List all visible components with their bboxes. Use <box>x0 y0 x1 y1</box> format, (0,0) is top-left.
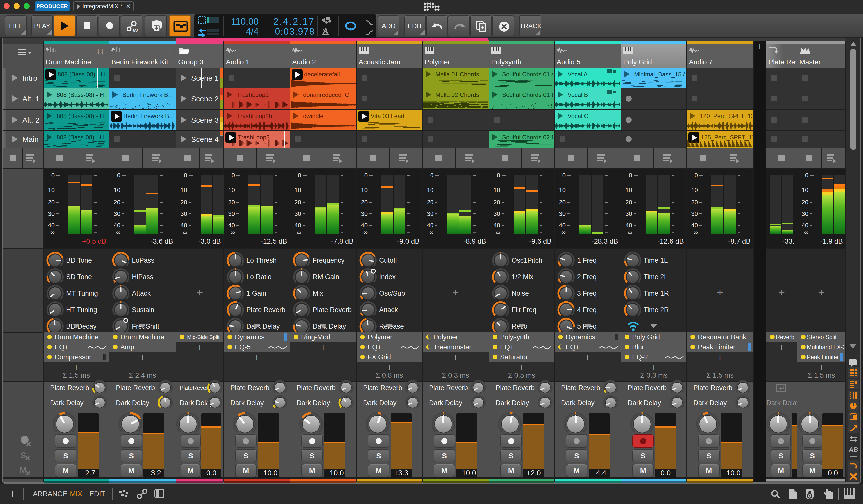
svg-text:S: S <box>21 450 26 460</box>
svg-text:M: M <box>20 465 27 475</box>
svg-text:w: w <box>133 26 138 33</box>
